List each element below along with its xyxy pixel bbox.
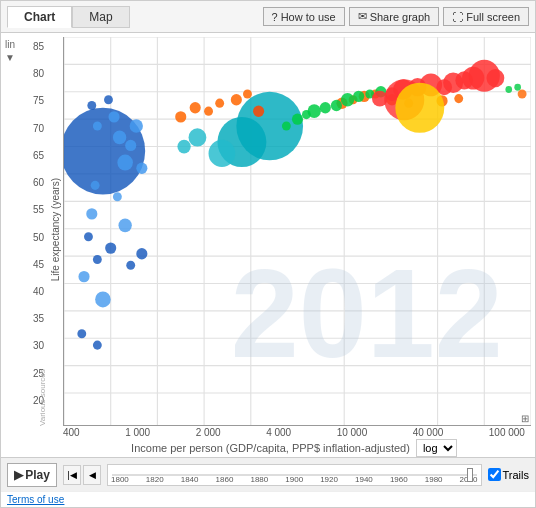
x-tick-1000: 1 000	[125, 427, 150, 438]
x-scale-select[interactable]: log lin	[416, 439, 457, 457]
year-1940: 1940	[355, 475, 373, 484]
svg-point-28	[125, 140, 136, 151]
skip-back-button[interactable]: |◀	[63, 465, 81, 485]
svg-point-68	[308, 104, 321, 118]
svg-point-72	[353, 91, 364, 102]
x-axis-label: Income per person (GDP/capita, PPP$ infl…	[131, 442, 410, 454]
svg-point-42	[136, 248, 147, 259]
svg-point-49	[209, 140, 236, 167]
svg-point-92	[518, 89, 527, 98]
year-1920: 1920	[320, 475, 338, 484]
terms-bar: Terms of use	[1, 491, 535, 507]
trails-control: Trails	[488, 468, 529, 481]
svg-point-56	[190, 102, 201, 113]
lin-label: lin	[5, 39, 15, 50]
svg-point-75	[282, 121, 291, 130]
year-1840: 1840	[181, 475, 199, 484]
trails-checkbox[interactable]	[488, 468, 501, 481]
step-back-button[interactable]: ◀	[83, 465, 101, 485]
svg-point-51	[177, 140, 190, 154]
svg-point-43	[91, 181, 100, 190]
tab-chart[interactable]: Chart	[7, 6, 72, 28]
svg-point-76	[253, 105, 264, 116]
svg-point-57	[175, 111, 186, 122]
svg-point-38	[86, 208, 97, 219]
x-tick-4000: 4 000	[266, 427, 291, 438]
y-axis-arrow: ▼	[5, 52, 15, 63]
chart-wrapper: lin ▼ 85 80 75 70 65 60 55 50 45 40 35 3…	[1, 33, 535, 457]
svg-point-69	[320, 102, 331, 113]
svg-point-50	[189, 128, 207, 146]
transport-controls: |◀ ◀	[63, 465, 101, 485]
svg-point-89	[395, 83, 444, 133]
svg-point-39	[118, 218, 131, 232]
svg-point-41	[126, 261, 135, 270]
chart-area: 2012	[63, 37, 531, 426]
various-sources-label: Various sources	[38, 369, 47, 426]
svg-point-30	[130, 119, 143, 133]
svg-text:2012: 2012	[231, 243, 503, 383]
svg-point-36	[78, 271, 89, 282]
full-screen-button[interactable]: ⛶ Full screen	[443, 7, 529, 26]
svg-point-31	[136, 163, 147, 174]
x-tick-10000: 10 000	[337, 427, 368, 438]
play-icon: ▶	[14, 468, 23, 482]
terms-link[interactable]: Terms of use	[7, 494, 64, 505]
year-1980: 1980	[425, 475, 443, 484]
play-button[interactable]: ▶ Play	[7, 463, 57, 487]
year-1900: 1900	[285, 475, 303, 484]
svg-point-29	[93, 121, 102, 130]
svg-point-65	[454, 94, 463, 103]
top-buttons: ? How to use ✉ Share graph ⛶ Full screen	[263, 7, 530, 26]
x-tick-100000: 100 000	[489, 427, 525, 438]
how-to-use-button[interactable]: ? How to use	[263, 7, 345, 26]
y-axis-ticks: 85 80 75 70 65 60 55 50 45 40 35 30 25 2…	[19, 33, 47, 426]
year-1860: 1860	[216, 475, 234, 484]
year-1880: 1880	[250, 475, 268, 484]
svg-point-91	[514, 84, 521, 91]
svg-point-46	[93, 341, 102, 350]
svg-point-54	[243, 89, 252, 98]
x-tick-2000: 2 000	[196, 427, 221, 438]
svg-point-85	[487, 69, 505, 87]
svg-point-55	[204, 107, 213, 116]
x-axis: 400 1 000 2 000 4 000 10 000 40 000 100 …	[1, 426, 535, 457]
svg-point-66	[292, 113, 303, 124]
share-icon: ✉	[358, 10, 367, 23]
svg-point-33	[104, 95, 113, 104]
svg-point-34	[84, 232, 93, 241]
share-graph-button[interactable]: ✉ Share graph	[349, 7, 440, 26]
svg-point-53	[231, 94, 242, 105]
year-1820: 1820	[146, 475, 164, 484]
svg-point-35	[93, 255, 102, 264]
svg-point-26	[108, 111, 119, 122]
top-bar: Chart Map ? How to use ✉ Share graph ⛶ F…	[1, 1, 535, 33]
main-container: Chart Map ? How to use ✉ Share graph ⛶ F…	[0, 0, 536, 508]
year-1960: 1960	[390, 475, 408, 484]
fullscreen-icon: ⛶	[452, 11, 463, 23]
playback-bar: ▶ Play |◀ ◀ 1800 1820 1840 1860 1880 190…	[1, 457, 535, 491]
svg-point-45	[77, 329, 86, 338]
svg-point-37	[95, 291, 111, 307]
svg-point-40	[105, 242, 116, 253]
svg-point-44	[113, 192, 122, 201]
svg-point-70	[331, 100, 342, 111]
timeline[interactable]: 1800 1820 1840 1860 1880 1900 1920 1940 …	[107, 464, 482, 486]
tab-map[interactable]: Map	[72, 6, 129, 28]
x-tick-400: 400	[63, 427, 80, 438]
year-1800: 1800	[111, 475, 129, 484]
svg-point-52	[215, 99, 224, 108]
svg-point-32	[87, 101, 96, 110]
svg-point-71	[341, 93, 354, 107]
svg-point-90	[505, 86, 512, 93]
chart-navigate-icon[interactable]: ⊞	[521, 413, 529, 424]
timeline-handle[interactable]	[467, 468, 473, 482]
question-icon: ?	[272, 11, 278, 23]
y-axis-label: Life expectancy (years)	[50, 170, 61, 290]
tabs: Chart Map	[7, 6, 130, 28]
svg-point-27	[117, 155, 133, 171]
svg-point-25	[113, 131, 126, 145]
x-tick-40000: 40 000	[413, 427, 444, 438]
